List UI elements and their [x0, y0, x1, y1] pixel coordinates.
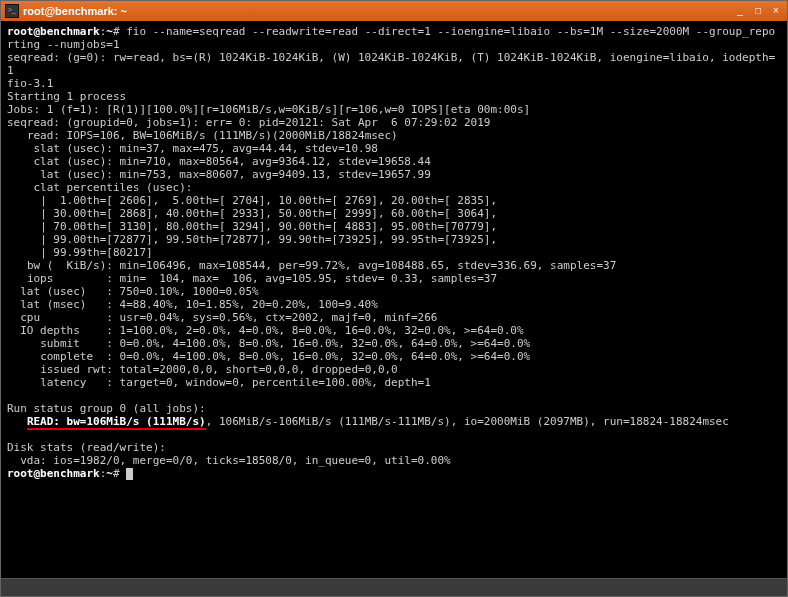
prompt2-sep2: # — [113, 467, 120, 480]
read-rest: , 106MiB/s-106MiB/s (111MB/s-111MB/s), i… — [206, 415, 729, 428]
terminal-icon — [5, 4, 19, 18]
window-title: root@benchmark: ~ — [23, 5, 733, 17]
prompt2-user-host: root@benchmark — [7, 467, 100, 480]
output-tail: Disk stats (read/write): vda: ios=1982/0… — [7, 441, 451, 467]
read-indent — [7, 415, 27, 428]
prompt-path: ~ — [106, 25, 113, 38]
terminal-window: root@benchmark: ~ _ □ × root@benchmark:~… — [0, 0, 788, 597]
command-text: fio --name=seqread --readwrite=read --di… — [7, 25, 775, 51]
minimize-button[interactable]: _ — [733, 4, 747, 18]
statusbar — [1, 578, 787, 596]
close-button[interactable]: × — [769, 4, 783, 18]
window-buttons: _ □ × — [733, 4, 783, 18]
prompt-sep2: # — [113, 25, 120, 38]
prompt-user-host: root@benchmark — [7, 25, 100, 38]
titlebar[interactable]: root@benchmark: ~ _ □ × — [1, 1, 787, 21]
terminal-output[interactable]: root@benchmark:~# fio --name=seqread --r… — [1, 21, 787, 578]
read-summary: READ: bw=106MiB/s (111MB/s) — [27, 415, 206, 430]
output-head: seqread: (g=0): rw=read, bs=(R) 1024KiB-… — [7, 51, 775, 415]
maximize-button[interactable]: □ — [751, 4, 765, 18]
cursor — [126, 468, 133, 480]
prompt2-path: ~ — [106, 467, 113, 480]
